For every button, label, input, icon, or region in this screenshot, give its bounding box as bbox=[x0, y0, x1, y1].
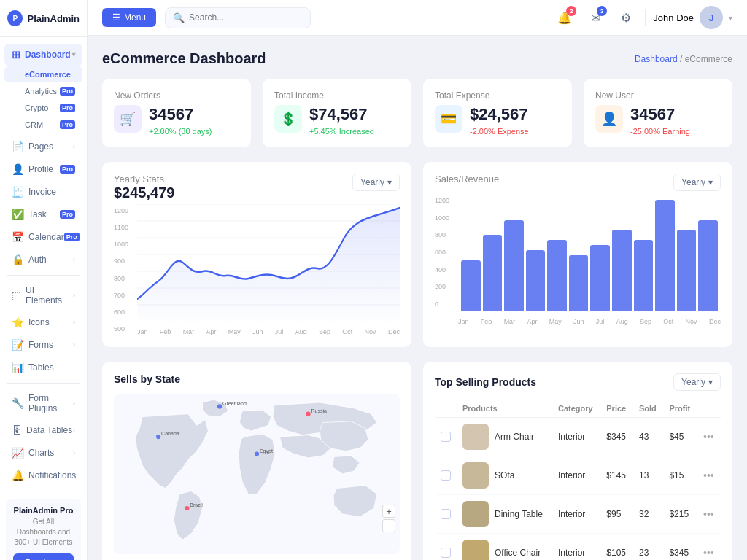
x-axis-labels: JanFebMarAprMayJunJulAugSepOctNovDec bbox=[137, 328, 400, 335]
bar-8 bbox=[634, 240, 654, 311]
icons-nav-icon: ⭐ bbox=[12, 316, 24, 328]
sidebar-item-tables[interactable]: 📊 Tables bbox=[4, 357, 82, 378]
table-row: Dining Table Interior $95 32 $215 ••• bbox=[435, 495, 721, 534]
row-checkbox-0[interactable] bbox=[441, 432, 451, 442]
mail-badge: 3 bbox=[597, 6, 607, 16]
search-box: 🔍 bbox=[165, 7, 311, 28]
row-menu-2[interactable]: ••• bbox=[703, 508, 714, 520]
sidebar: P PlainAdmin ⊞ Dashboard ▼ eCommerce Ana… bbox=[0, 0, 88, 560]
chevron-right-icon-7: › bbox=[73, 427, 75, 434]
product-profit: $45 bbox=[663, 418, 697, 456]
sidebar-item-auth[interactable]: 🔒 Auth › bbox=[4, 249, 82, 271]
data-tables-icon: 🗄 bbox=[12, 424, 22, 436]
content: eCommerce Dashboard Dashboard / eCommerc… bbox=[88, 36, 747, 560]
sidebar-item-notifications[interactable]: 🔔 Notifications bbox=[4, 464, 82, 486]
svg-point-7 bbox=[217, 404, 222, 408]
stat-card-new-user: New User 👤 34567 -25.00% Earning bbox=[584, 79, 732, 147]
sidebar-item-dashboard[interactable]: ⊞ Dashboard ▼ bbox=[4, 44, 82, 66]
sidebar-item-pages[interactable]: 📄 Pages › bbox=[4, 136, 82, 158]
sales-dropdown[interactable]: Yearly ▾ bbox=[673, 174, 721, 191]
sidebar-item-calendar[interactable]: 📅 Calendar Pro bbox=[4, 226, 82, 248]
filter-button[interactable]: ⚙ bbox=[614, 6, 638, 29]
header: ☰ Menu 🔍 🔔 2 ✉ 3 ⚙ John Doe J ▾ bbox=[88, 0, 747, 36]
chevron-right-icon-8: › bbox=[73, 449, 75, 456]
row-checkbox-3[interactable] bbox=[441, 548, 451, 558]
auth-icon: 🔒 bbox=[12, 254, 24, 265]
sidebar-logo: P PlainAdmin bbox=[0, 0, 87, 37]
bar-10 bbox=[677, 230, 697, 311]
sidebar-item-task[interactable]: ✅ Task Pro bbox=[4, 203, 82, 225]
stat-card-total-income: Total Income 💲 $74,567 +5.45% Increased bbox=[263, 79, 411, 147]
sales-revenue-card: Sales/Revenue Yearly ▾ 12001000800600400… bbox=[423, 162, 732, 347]
svg-text:Russia: Russia bbox=[311, 408, 327, 413]
products-table: Products Category Price Sold Profit Arm … bbox=[435, 400, 721, 560]
bar-3 bbox=[526, 250, 546, 311]
stat-card-total-expense: Total Expense 💳 $24,567 -2.00% Expense bbox=[423, 79, 572, 147]
bar-7 bbox=[612, 230, 632, 311]
row-checkbox-1[interactable] bbox=[441, 470, 451, 481]
breadcrumb: Dashboard / eCommerce bbox=[635, 54, 732, 64]
row-menu-1[interactable]: ••• bbox=[703, 470, 714, 481]
product-name: Office Chair bbox=[495, 548, 541, 558]
svg-point-15 bbox=[185, 506, 189, 510]
map-card: Sells by State bbox=[102, 362, 411, 560]
sidebar-item-profile[interactable]: 👤 Profile Pro bbox=[4, 158, 82, 180]
page-title: eCommerce Dashboard bbox=[102, 50, 266, 67]
bar-5 bbox=[569, 255, 589, 311]
mail-button[interactable]: ✉ 3 bbox=[584, 6, 607, 29]
user-info[interactable]: John Doe J ▾ bbox=[653, 6, 732, 29]
products-dropdown[interactable]: Yearly ▾ bbox=[673, 373, 721, 391]
svg-point-11 bbox=[156, 435, 160, 439]
sidebar-item-ui-elements[interactable]: ⬚ UI Elements › bbox=[4, 280, 82, 311]
product-category: Interior bbox=[552, 495, 600, 534]
row-checkbox-2[interactable] bbox=[441, 509, 451, 519]
table-row: Arm Chair Interior $345 43 $45 ••• bbox=[435, 418, 721, 456]
breadcrumb-home[interactable]: Dashboard bbox=[635, 54, 678, 64]
sidebar-item-form-plugins[interactable]: 🔧 Form Plugins › bbox=[4, 388, 82, 419]
menu-button[interactable]: ☰ Menu bbox=[102, 8, 156, 27]
forms-icon: 📝 bbox=[12, 339, 24, 351]
bar-6 bbox=[590, 245, 610, 311]
bar-11 bbox=[698, 220, 718, 311]
products-card: Top Selling Products Yearly ▾ Products C… bbox=[423, 362, 732, 560]
purchase-button[interactable]: Purchase Now bbox=[13, 553, 74, 560]
line-chart: 120011001000900800700600500 bbox=[114, 204, 400, 335]
chevron-right-icon-6: › bbox=[73, 400, 75, 407]
notifications-icon: 🔔 bbox=[12, 470, 24, 481]
chevron-down-icon: ▼ bbox=[71, 51, 77, 58]
user-stat-icon: 👤 bbox=[595, 105, 623, 133]
user-chevron-icon: ▾ bbox=[729, 14, 732, 22]
sidebar-item-icons[interactable]: ⭐ Icons › bbox=[4, 311, 82, 333]
chevron-right-icon-3: › bbox=[73, 292, 75, 299]
bar-9 bbox=[655, 200, 675, 311]
invoice-icon: 🧾 bbox=[12, 186, 24, 198]
table-row: Office Chair Interior $105 23 $345 ••• bbox=[435, 534, 721, 561]
yearly-stats-dropdown[interactable]: Yearly ▾ bbox=[352, 174, 400, 191]
row-menu-3[interactable]: ••• bbox=[703, 547, 714, 559]
sidebar-item-crypto[interactable]: CryptoPro bbox=[4, 100, 82, 116]
sidebar-item-forms[interactable]: 📝 Forms › bbox=[4, 334, 82, 356]
main-area: ☰ Menu 🔍 🔔 2 ✉ 3 ⚙ John Doe J ▾ bbox=[88, 0, 747, 560]
chevron-right-icon-5: › bbox=[73, 341, 75, 349]
sidebar-item-charts[interactable]: 📈 Charts › bbox=[4, 442, 82, 464]
stats-grid: New Orders 🛒 34567 +2.00% (30 days) Tota… bbox=[102, 79, 732, 147]
income-icon: 💲 bbox=[274, 105, 302, 133]
map-zoom-out-button[interactable]: − bbox=[382, 519, 395, 532]
product-profit: $345 bbox=[663, 534, 697, 561]
tables-icon: 📊 bbox=[12, 362, 24, 373]
sidebar-item-analytics[interactable]: AnalyticsPro bbox=[4, 83, 82, 99]
form-plugins-icon: 🔧 bbox=[12, 397, 24, 409]
product-name: Arm Chair bbox=[495, 432, 534, 442]
notifications-bell-button[interactable]: 🔔 2 bbox=[553, 6, 576, 29]
svg-point-9 bbox=[306, 412, 310, 416]
row-menu-0[interactable]: ••• bbox=[703, 431, 714, 443]
search-input[interactable] bbox=[189, 12, 291, 23]
sidebar-item-crm[interactable]: CRMPro bbox=[4, 117, 82, 133]
sidebar-nav: ⊞ Dashboard ▼ eCommerce AnalyticsPro Cry… bbox=[0, 37, 87, 493]
map-zoom-in-button[interactable]: + bbox=[382, 505, 395, 518]
menu-icon: ☰ bbox=[112, 12, 120, 23]
sidebar-item-data-tables[interactable]: 🗄 Data Tables › bbox=[4, 419, 82, 441]
sidebar-item-invoice[interactable]: 🧾 Invoice bbox=[4, 181, 82, 203]
sidebar-item-ecommerce[interactable]: eCommerce bbox=[4, 66, 82, 82]
product-img-3 bbox=[462, 540, 489, 560]
